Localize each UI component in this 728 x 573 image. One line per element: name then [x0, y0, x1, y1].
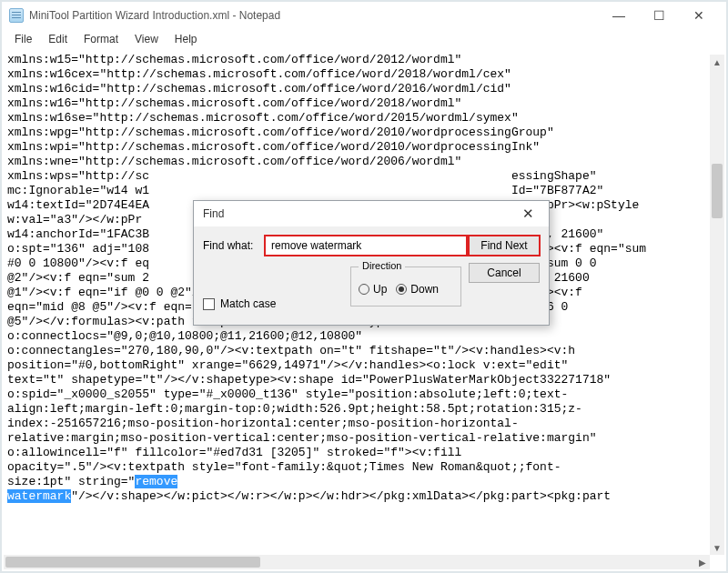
radio-icon: [359, 284, 369, 295]
direction-up-label: Up: [373, 283, 387, 296]
find-next-button[interactable]: Find Next: [469, 236, 540, 256]
find-close-button[interactable]: ✕: [512, 203, 543, 225]
text-line: xmlns:wpi="http://schemas.microsoft.com/…: [7, 140, 724, 155]
text-line: xmlns:wpg="http://schemas.microsoft.com/…: [7, 126, 724, 140]
minimize-button[interactable]: —: [599, 3, 639, 28]
notepad-icon: [9, 8, 24, 23]
vertical-scroll-thumb[interactable]: [712, 164, 723, 218]
text-line: opacity=".5"/><v:textpath style="font-fa…: [7, 460, 724, 475]
menubar: File Edit Format View Help: [2, 29, 726, 51]
scroll-down-icon[interactable]: ▼: [710, 540, 724, 555]
text-line: text="t" shapetype="t"/></v:shapetype><v…: [7, 373, 724, 387]
menu-view[interactable]: View: [127, 31, 166, 47]
match-case-label: Match case: [220, 297, 276, 310]
text-line: o:allowincell="f" fillcolor="#ed7d31 [32…: [7, 446, 724, 460]
text-line: xmlns:wne="http://schemas.microsoft.com/…: [7, 155, 724, 169]
checkbox-icon: [203, 298, 215, 310]
text-line: xmlns:w16="http://schemas.microsoft.com/…: [7, 96, 724, 111]
text-line: xmlns:w16se="http://schemas.microsoft.co…: [7, 111, 724, 126]
scroll-up-icon[interactable]: ▲: [710, 55, 724, 69]
find-dialog: Find ✕ Find what: Find Next Cancel Direc…: [193, 200, 550, 326]
vertical-scrollbar[interactable]: ▲ ▼: [710, 55, 724, 555]
text-line: xmlns:w16cid="http://schemas.microsoft.c…: [7, 82, 724, 96]
text-line: o:connectlocs="@9,0;@10,10800;@11,21600;…: [7, 329, 724, 344]
window-title: MiniTool Partition Wizard Introduction.x…: [29, 9, 599, 22]
horizontal-scrollbar[interactable]: ◀ ▶: [4, 555, 710, 569]
direction-up-radio[interactable]: Up: [359, 283, 387, 296]
text-line: watermark"/></v:shape></w:pict></w:r></w…: [7, 489, 724, 504]
search-highlight: remove: [135, 475, 177, 488]
text-line: xmlns:wps="http://sc essingShape": [7, 169, 724, 184]
menu-help[interactable]: Help: [167, 31, 205, 47]
text-line: index:-251657216;mso-position-horizontal…: [7, 417, 724, 431]
scroll-right-icon[interactable]: ▶: [695, 555, 710, 569]
text-line: size:1pt" string="remove: [7, 475, 724, 489]
close-button[interactable]: ✕: [679, 3, 719, 28]
horizontal-scroll-thumb[interactable]: [5, 557, 260, 568]
direction-down-label: Down: [410, 283, 439, 296]
menu-edit[interactable]: Edit: [41, 31, 75, 47]
find-dialog-titlebar[interactable]: Find ✕: [194, 201, 549, 226]
direction-group: Direction Up Down: [350, 266, 461, 307]
radio-icon: [396, 284, 407, 295]
search-highlight: watermark: [7, 489, 71, 503]
match-case-checkbox[interactable]: Match case: [203, 297, 276, 310]
find-dialog-title: Find: [203, 207, 224, 220]
text-line: position="#0,bottomRight" xrange="6629,1…: [7, 358, 724, 373]
text-line: mc:Ignorable="w14 w1 Id="7BF877A2": [7, 184, 724, 198]
menu-format[interactable]: Format: [76, 31, 126, 47]
text-line: relative:margin;mso-position-vertical:ce…: [7, 431, 724, 446]
cancel-button[interactable]: Cancel: [469, 263, 540, 283]
text-line: align:left;margin-left:0;margin-top:0;wi…: [7, 402, 724, 417]
menu-file[interactable]: File: [7, 31, 39, 47]
titlebar: MiniTool Partition Wizard Introduction.x…: [2, 2, 726, 29]
text-line: xmlns:w16cex="http://schemas.microsoft.c…: [7, 67, 724, 82]
find-what-label: Find what:: [203, 239, 258, 252]
text-line: xmlns:w15="http://schemas.microsoft.com/…: [7, 53, 724, 67]
text-line: o:spid="_x0000_s2055" type="#_x0000_t136…: [7, 387, 724, 402]
maximize-button[interactable]: ☐: [639, 3, 679, 28]
find-what-input[interactable]: [265, 236, 467, 256]
direction-down-radio[interactable]: Down: [396, 283, 439, 296]
text-line: o:connectangles="270,180,90,0"/><v:textp…: [7, 344, 724, 358]
direction-label: Direction: [359, 260, 405, 271]
